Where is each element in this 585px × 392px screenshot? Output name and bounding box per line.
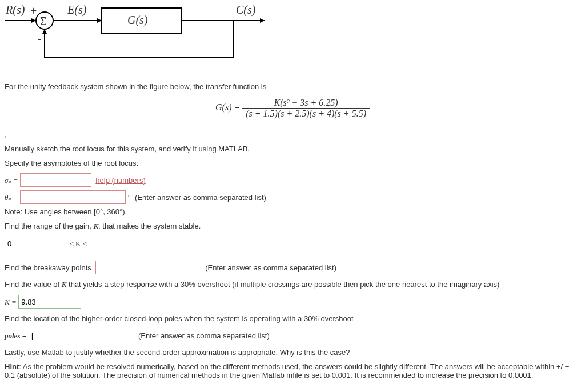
diagram-c-label: C(s) [236,3,255,17]
sigma-label: σₐ = [5,176,18,185]
breakaway-label: Find the breakaway points [5,263,91,272]
svg-marker-7 [260,18,265,23]
theta-inline-note: (Enter answer as comma separated list) [135,193,266,202]
gain-header-prefix: Find the range of the gain, [5,222,93,230]
poles-label: poles = [5,331,26,340]
tf-numerator: K(s² − 3s + 6.25) [242,98,370,109]
poles-text: Find the location of the higher-order cl… [5,314,304,323]
diagram-e-label: E(s) [67,3,86,17]
hint-body: : As the problem would be resolved numer… [19,362,556,371]
asymptotes-header: Specify the asymptotes of the root locus… [5,159,580,167]
tf-lhs: G(s) = [215,102,240,112]
theta-label: θₐ = [5,193,18,202]
theta-input[interactable] [20,190,126,204]
gain-header-k: K [93,222,98,230]
diagram-sigma: Σ [40,15,47,28]
block-diagram: R(s) + - Σ E(s) G(s) C(s) [5,3,273,72]
k-equals-label: K = [5,298,17,306]
diagram-g-label: G(s) [127,14,148,27]
svg-marker-11 [42,29,47,34]
hint-label: Hint [5,362,19,371]
diagram-r-label: R(s) [6,3,25,17]
poles-input[interactable] [29,329,134,342]
sigma-help-link[interactable]: help (numbers) [95,176,145,185]
hint-body2: (absolute) of the solution. The precisio… [15,371,533,379]
theta-degree: ° [128,193,131,202]
breakaway-input[interactable] [95,261,201,274]
diagram-minus: - [38,32,42,45]
k-lower-input[interactable] [5,237,67,250]
overshoot-percent: 30% [181,280,195,289]
overshoot-suffix: overshoot (if multiple crossings are pos… [195,280,500,289]
poles-text-suffix: overshoot [319,314,354,323]
k-upper-input[interactable] [89,237,151,250]
svg-marker-4 [97,18,102,23]
transfer-function: G(s) = K(s² − 3s + 6.25) (s + 1.5)(s + 2… [5,98,580,119]
poles-percent: 30% [304,314,319,323]
gain-header-suffix: , that makes the system stable. [98,222,201,230]
sigma-input[interactable] [20,173,91,187]
angle-range-note: Note: Use angles between [0°, 360°). [5,207,580,216]
justify-text: Lastly, use Matlab to justify whether th… [5,348,580,357]
sketch-instruction: Manually sketch the root locus for this … [5,145,580,153]
overshoot-mid: that yields a step response with a [66,280,180,289]
poles-note: (Enter answer as comma separated list) [138,331,270,340]
overshoot-prefix: Find the value of [5,280,62,289]
diagram-plus: + [30,5,37,18]
tf-denominator: (s + 1.5)(s + 2.5)(s + 4)(s + 5.5) [242,109,370,119]
svg-marker-1 [31,18,36,23]
k-relation: ≤ K ≤ [70,239,87,248]
intro-text: For the unity feedback system shown in t… [5,82,580,91]
breakaway-note: (Enter answer as comma separated list) [205,263,336,272]
k-overshoot-input[interactable] [18,295,81,309]
